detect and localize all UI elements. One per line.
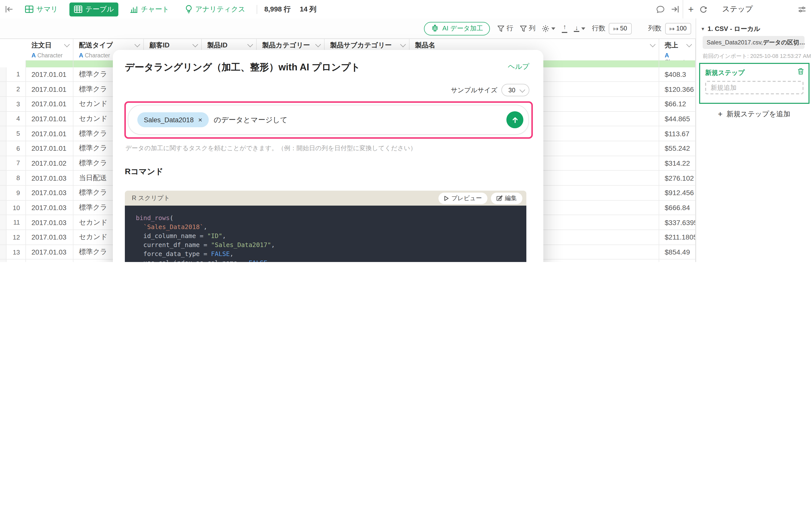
row-gutter [0,127,6,141]
filter-rows-button[interactable]: 行 [498,24,513,33]
row-number: 9 [6,186,26,200]
col-header-注文日[interactable]: 注文日 [26,39,74,52]
row-number: 11 [6,215,26,230]
chevron-down-icon[interactable] [315,42,321,47]
histogram-bar [26,60,74,67]
steps-sidebar: ▼ 1. CSV - ローカル Sales_Data2017.csv, データの… [696,18,812,262]
cell-order-date: 2017.01.01 [26,141,74,155]
robot-icon [431,24,439,32]
collapse-left-icon[interactable] [5,5,14,13]
sliders-icon[interactable] [798,6,806,13]
collapse-right-icon[interactable] [671,5,679,13]
chevron-down-icon[interactable] [192,42,198,47]
table-settings-button[interactable] [542,25,556,32]
view-tab-チャート[interactable]: チャート [125,2,174,16]
row-gutter [0,97,6,111]
cell-order-date: 2017.01.03 [26,171,74,185]
last-import-label: 前回のインポート: 2025-10-08 12:53:27 AM [703,52,811,60]
sort-desc-button[interactable]: ↓ [574,25,586,32]
rows-limit-input[interactable]: ↦ 50 [609,23,632,34]
ai-wrangle-button[interactable]: AI データ加工 [424,22,490,35]
cell-order-date: 2017.01.03 [26,215,74,230]
sample-size-label: サンプルサイズ [451,86,497,95]
filter-cols-button[interactable]: 列 [520,24,536,33]
r-script-panel: R スクリプト プレビュー 編集 [125,191,526,262]
row-gutter [0,245,6,259]
cell-order-date: 2017.01.01 [26,97,74,111]
help-link[interactable]: ヘルプ [508,62,529,71]
chevron-down-icon[interactable] [248,42,253,47]
r-code-block[interactable]: bind_rows( `Sales_Data2018`, id_column_n… [125,206,526,262]
sort-asc-button[interactable]: ↑ [562,24,568,33]
top-bar: サマリテーブルチャートアナリティクス 8,998 行 14 列 + [0,0,812,19]
new-step-input[interactable]: 新規追加 [705,81,803,94]
row-gutter [0,156,6,170]
send-prompt-button[interactable] [506,111,523,128]
cell-order-date: 2017.01.03 [26,245,74,259]
preview-button[interactable]: プレビュー [439,192,488,204]
caret-down-icon [582,27,586,30]
cell-sales: $854.49 [659,245,696,259]
cell-sales: $408.3 [659,67,696,81]
cell-order-date: 2017.01.03 [26,230,74,244]
cell-sales: $276.102 [659,171,696,185]
row-number: 8 [6,171,26,185]
dataframe-tag[interactable]: Sales_Data2018 × [137,112,209,127]
row-number: 6 [6,141,26,155]
chevron-down-icon[interactable] [686,42,692,47]
row-gutter [0,141,6,155]
cell-sales: $55.242 [659,141,696,155]
chevron-down-icon[interactable] [64,42,70,47]
prompt-text[interactable]: のデータとマージして [214,115,506,125]
col-type: A Character [659,52,696,60]
annotation-highlight-box: Sales_Data2018 × のデータとマージして [124,101,533,139]
maps-to-icon: ↦ [614,25,619,32]
row-number: 3 [6,97,26,111]
sample-size-select[interactable]: 30 [501,84,529,96]
step-group-csv[interactable]: ▼ 1. CSV - ローカル [701,24,760,33]
cols-limit-input[interactable]: ↦ 100 [665,23,691,34]
arrow-up-icon [511,116,519,124]
row-gutter [0,112,6,126]
chevron-down-icon[interactable] [134,42,140,47]
col-count: 14 列 [300,5,316,14]
cell-order-date: 2017.01.01 [26,67,74,81]
row-number: 4 [6,112,26,126]
row-number: 10 [6,200,26,215]
trash-icon[interactable] [797,68,804,75]
prompt-input[interactable]: Sales_Data2018 × のデータとマージして [128,105,529,135]
cell-order-date: 2017.01.02 [26,156,74,170]
view-tab-サマリ[interactable]: サマリ [20,2,62,16]
summary-grid-icon [25,5,33,13]
app-root: サマリテーブルチャートアナリティクス 8,998 行 14 列 + [0,0,812,262]
ai-wrangle-modal: データラングリング（加工、整形）with AI プロンプト ヘルプ サンプルサイ… [113,50,543,262]
caret-down-icon [552,27,556,30]
row-gutter [0,67,6,81]
remove-tag-icon[interactable]: × [198,116,202,124]
new-step-title: 新規ステップ [705,68,745,77]
chevron-down-icon[interactable] [400,42,406,47]
comment-icon[interactable] [656,5,665,13]
add-step-button[interactable]: + 新規ステップを追加 [696,110,812,119]
col-header-売上[interactable]: 売上 [659,39,696,52]
modal-title: データラングリング（加工、整形）with AI プロンプト [125,61,360,74]
refresh-icon[interactable] [700,5,707,13]
new-step-card: 新規ステップ 新規追加 [699,63,810,104]
view-tab-アナリティクス[interactable]: アナリティクス [181,2,250,16]
row-number: 12 [6,230,26,244]
bar-chart-icon [130,5,138,13]
chevron-down-icon[interactable] [650,42,656,47]
r-command-heading: Rコマンド [125,167,163,177]
edit-button[interactable]: 編集 [491,192,522,204]
row-gutter [0,230,6,244]
modal-scroll-area[interactable]: データラングリング（加工、整形）with AI プロンプト ヘルプ サンプルサイ… [113,50,543,262]
add-icon[interactable]: + [688,4,694,15]
cell-sales: $44.865 [659,112,696,126]
row-count: 8,998 行 [265,5,291,14]
row-number: 1 [6,67,26,81]
histogram-bar [659,60,696,67]
bulb-icon [185,5,192,14]
row-gutter [0,82,6,96]
source-file-pill[interactable]: Sales_Data2017.csv, データの区切… [703,36,805,49]
view-tab-テーブル[interactable]: テーブル [69,2,118,16]
